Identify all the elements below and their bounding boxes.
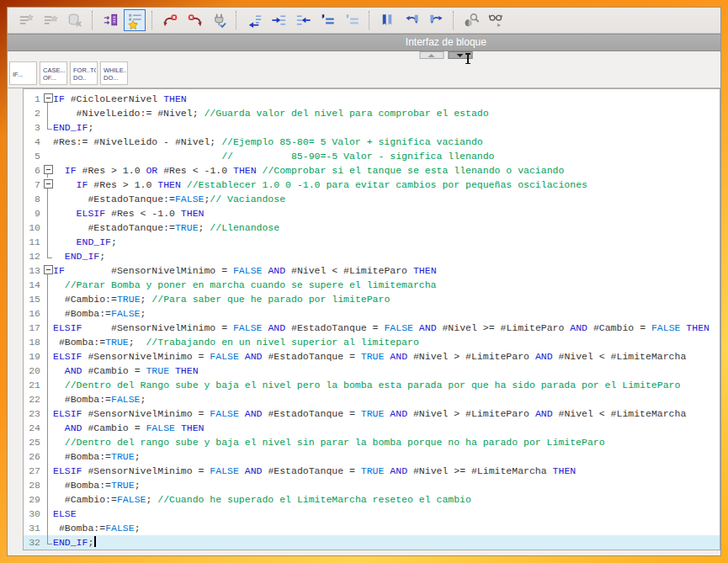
favorites-icon[interactable]	[124, 9, 146, 31]
insert-network-icon	[15, 9, 37, 31]
code-line[interactable]: 22 #Bomba:=FALSE;	[24, 392, 720, 406]
next-bookmark-icon[interactable]	[425, 9, 447, 31]
code-line[interactable]: 6 IF #Res > 1.0 OR #Res < -1.0 THEN //Co…	[24, 163, 720, 178]
snippet-if-button[interactable]: IF...	[9, 61, 37, 85]
code-line[interactable]: 24 AND #Cambio = FALSE THEN	[24, 421, 720, 435]
code-text: #EstadoTanque:=FALSE;// Vaciandose	[53, 192, 285, 206]
fold-margin	[42, 464, 53, 478]
code-line[interactable]: 14 //Parar Bomba y poner en marcha cuand…	[24, 278, 720, 292]
code-line[interactable]: 26 #Bomba:=TRUE;	[24, 449, 720, 464]
fold-collapse-box[interactable]	[42, 163, 53, 178]
code-text: END_IF;	[53, 120, 93, 135]
previous-error-icon[interactable]	[159, 9, 181, 31]
code-line[interactable]: 10 #EstadoTanque:=TRUE; //Llenandose	[24, 220, 720, 235]
line-number: 12	[24, 249, 40, 263]
line-number: 29	[24, 492, 40, 507]
fold-collapse-box[interactable]	[42, 178, 53, 192]
line-number: 21	[24, 378, 40, 392]
fold-margin	[42, 192, 53, 206]
code-line[interactable]: 20 AND #Cambio = TRUE THEN	[24, 364, 720, 378]
line-number: 16	[24, 306, 40, 321]
interface-titlebar: Interfaz de bloque	[8, 34, 720, 51]
interface-title: Interfaz de bloque	[406, 36, 486, 48]
code-line[interactable]: 23ELSIF #SensorNivelMinimo = FALSE AND #…	[24, 406, 720, 421]
code-line[interactable]: 25 //Dentro del rango sube y baja el niv…	[24, 435, 720, 449]
comment-off-icon	[341, 9, 363, 31]
line-number: 3	[24, 120, 40, 135]
code-text: //Dentro del rango sube y baja el nivel …	[53, 435, 605, 449]
code-line[interactable]: 13IF #SensorNivelMinimo = FALSE AND #Niv…	[24, 263, 720, 278]
code-line[interactable]: 8 #EstadoTanque:=FALSE;// Vaciandose	[24, 192, 720, 206]
absolute-operands-icon[interactable]	[99, 9, 121, 31]
toolbar-separator	[236, 11, 237, 29]
fold-margin	[42, 421, 53, 435]
snippet-label: FOR..TO	[73, 66, 96, 74]
delete-db-icon	[64, 9, 86, 31]
code-editor[interactable]: 1IF #CicloLeerNivel THEN2 #NivelLeido:= …	[23, 88, 720, 550]
code-line[interactable]: 30ELSE	[24, 507, 720, 521]
code-line[interactable]: 4#Res:= #NivelLeido - #Nivel; //Ejemplo …	[24, 135, 720, 149]
bookmark-icon[interactable]	[376, 9, 398, 31]
line-number: 19	[24, 349, 40, 364]
comment-on-icon[interactable]	[316, 9, 338, 31]
fold-minus-icon[interactable]	[44, 179, 53, 189]
line-number: 15	[24, 292, 40, 306]
code-line[interactable]: 9 ELSIF #Res < -1.0 THEN	[24, 206, 720, 220]
snippet-case-button[interactable]: CASE...OF...	[40, 61, 67, 85]
code-text: #NivelLeido:= #Nivel; //Guarda valor del…	[53, 106, 489, 120]
code-line[interactable]: 16 #Bomba:=FALSE;	[24, 306, 720, 321]
line-number: 9	[24, 206, 40, 220]
update-block-calls-icon[interactable]	[208, 9, 230, 31]
code-line[interactable]: 15 #Cambio:=TRUE; //Para saber que he pa…	[24, 292, 720, 306]
code-line[interactable]: 12 END_IF;	[24, 249, 720, 263]
text-caret	[94, 536, 96, 547]
find-replace-icon[interactable]	[460, 9, 482, 31]
fold-minus-icon[interactable]	[44, 165, 53, 174]
indent-icon[interactable]	[268, 9, 290, 31]
code-text: #Bomba:=FALSE;	[53, 392, 146, 406]
code-line[interactable]: 2 #NivelLeido:= #Nivel; //Guarda valor d…	[24, 106, 720, 120]
editor-toolbar	[8, 8, 720, 34]
outdent-icon[interactable]	[292, 9, 314, 31]
line-number: 11	[24, 235, 40, 249]
code-line[interactable]: 3END_IF;	[24, 120, 720, 135]
fold-collapse-box[interactable]	[42, 92, 53, 106]
goto-start-icon[interactable]	[243, 9, 265, 31]
code-text: #Bomba:=TRUE; //Trabajando en un nivel s…	[53, 335, 419, 349]
code-line[interactable]: 28 #Bomba:=TRUE;	[24, 478, 720, 492]
code-line[interactable]: 21 //Dentro del Rango sube y baja el niv…	[24, 378, 720, 392]
toolbar-separator	[151, 11, 153, 29]
monitoring-glasses-icon[interactable]	[485, 9, 507, 31]
line-number: 20	[24, 364, 40, 378]
code-line[interactable]: 7 IF #Res > 1.0 THEN //Establecer 1.0 0 …	[24, 178, 720, 192]
insert-empty-box-icon	[40, 9, 61, 31]
code-text: #Bomba:=TRUE;	[53, 449, 141, 464]
code-line[interactable]: 1IF #CicloLeerNivel THEN	[24, 92, 720, 106]
code-line[interactable]: 32END_IF;	[24, 535, 720, 550]
snippet-for-button[interactable]: FOR..TODO..	[70, 61, 98, 85]
code-line[interactable]: 18 #Bomba:=TRUE; //Trabajando en un nive…	[24, 335, 720, 349]
fold-minus-icon[interactable]	[44, 93, 53, 103]
code-line[interactable]: 11 END_IF;	[24, 235, 720, 249]
code-line[interactable]: 19ELSIF #SensorNivelMinimo = FALSE AND #…	[24, 349, 720, 364]
code-text: #Bomba:=FALSE;	[53, 521, 141, 535]
code-line[interactable]: 5 // 85-90=-5 Valor - significa llenando	[24, 149, 720, 163]
line-number: 31	[24, 521, 40, 535]
line-number: 6	[24, 163, 40, 178]
line-number: 22	[24, 392, 40, 406]
fold-margin	[42, 349, 53, 364]
fold-minus-icon[interactable]	[44, 265, 53, 274]
next-error-icon[interactable]	[183, 9, 205, 31]
interface-collapse-up-button[interactable]	[419, 51, 444, 59]
fold-collapse-box[interactable]	[42, 263, 53, 278]
code-line[interactable]: 31 #Bomba:=FALSE;	[24, 521, 720, 535]
code-line[interactable]: 29 #Cambio:=FALSE; //Cuando he superado …	[24, 492, 720, 507]
fold-margin	[42, 478, 53, 492]
line-number: 4	[24, 135, 40, 149]
snippet-while-button[interactable]: WHILE...DO...	[100, 61, 128, 85]
code-text: ELSE	[53, 507, 77, 521]
previous-bookmark-icon[interactable]	[401, 9, 422, 31]
code-line[interactable]: 27ELSIF #SensorNivelMinimo = FALSE AND #…	[24, 464, 720, 478]
code-line[interactable]: 17ELSIF #SensorNivelMinimo = FALSE AND #…	[24, 321, 720, 335]
fold-margin	[42, 306, 53, 321]
